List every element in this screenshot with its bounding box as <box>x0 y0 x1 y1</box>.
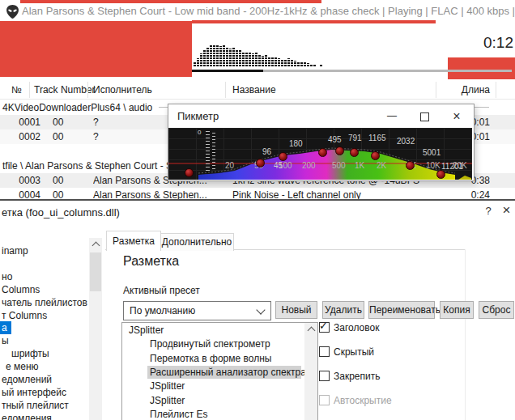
scroll-up-icon[interactable] <box>92 242 100 250</box>
peak-hold-dot <box>350 148 359 157</box>
tab-layout[interactable]: Разметка <box>106 231 161 251</box>
spectrum-analyzer: 020501002005001K2K5K10K20K45961804957911… <box>168 128 472 180</box>
close-button[interactable]: × <box>446 107 467 125</box>
sidebar-item-inamp[interactable]: inamp <box>0 244 86 257</box>
cell-track-number: 00 <box>53 173 85 188</box>
sidebar-item-едомлений[interactable]: едомлений <box>0 373 86 386</box>
db-scale-tick <box>212 139 215 140</box>
checkbox-label[interactable]: Скрытый <box>334 346 374 358</box>
peak-hold-dot <box>436 170 445 179</box>
layout-tree-items: JSplitterПродвинутый спектрометрПеремотк… <box>122 323 318 420</box>
minimize-button[interactable]: — <box>381 107 402 125</box>
db-scale-tick <box>212 165 215 166</box>
peak-hold-dot <box>318 148 327 157</box>
tree-item[interactable]: JSplitter <box>126 324 166 337</box>
frequency-axis-label: 200 <box>302 161 316 170</box>
tree-item[interactable]: Расширенный анализатор спектра <box>147 366 301 379</box>
checkbox-label[interactable]: Автоскрытие <box>334 395 392 406</box>
scroll-up-icon[interactable] <box>308 327 316 335</box>
frequency-axis-label: 1K <box>355 161 364 170</box>
tree-item[interactable]: JSplitter <box>147 394 187 407</box>
peak-frequency-label: 11201 <box>441 162 463 171</box>
section-heading: Разметка <box>123 254 179 269</box>
chevron-down-icon <box>256 305 265 314</box>
sidebar-item-е меню[interactable]: е меню <box>0 360 87 373</box>
sidebar-item-ы[interactable]: ы <box>0 334 86 347</box>
db-scale-tick <box>212 146 215 146</box>
cell-number: 0003 <box>6 173 40 188</box>
frequency-axis-label: 20 <box>225 161 234 170</box>
sidebar-item-ый интерфейс[interactable]: ый интерфейс <box>0 386 86 399</box>
db-scale-tick <box>212 155 215 156</box>
checkbox-3[interactable] <box>319 371 330 381</box>
db-scale-tick <box>212 152 215 153</box>
cell-track-number: 00 <box>53 129 85 144</box>
help-button[interactable]: ? <box>478 205 499 221</box>
db-scale-tick <box>206 170 210 171</box>
scrollbar-thumb[interactable] <box>90 252 101 291</box>
maximize-icon <box>420 112 429 121</box>
peak-frequency-label: 495 <box>328 135 342 144</box>
checkbox-label[interactable]: Закрепить <box>334 371 380 382</box>
listbox-scrollbar[interactable] <box>304 323 317 420</box>
preset-button-4[interactable]: Копия <box>440 301 474 319</box>
frequency-axis-label: 500 <box>332 161 346 170</box>
sidebar-item-чатель плейлистов[interactable]: чатель плейлистов <box>0 296 86 309</box>
cell-number: 0001 <box>6 115 40 129</box>
layout-tree-listbox[interactable]: JSplitterПродвинутый спектрометрПеремотк… <box>121 322 318 420</box>
checkbox-label[interactable]: Заголовок <box>334 322 379 333</box>
checkbox-4[interactable] <box>319 395 330 405</box>
db-scale-tick <box>206 163 210 164</box>
peak-frequency-label: 1165 <box>368 134 386 142</box>
peak-frequency-label: 180 <box>289 139 303 148</box>
db-scale-label: 0 <box>198 129 201 136</box>
preset-button-1[interactable]: Новый <box>275 301 317 319</box>
peak-hold-dot <box>185 168 194 177</box>
check-icon: ✓ <box>319 320 328 332</box>
db-scale-tick <box>206 167 210 168</box>
active-preset-label: Активный пресет <box>123 285 200 296</box>
db-scale-tick <box>206 160 210 161</box>
tree-item[interactable]: Плейлист Es <box>147 408 211 420</box>
peak-hold-dot <box>406 161 415 170</box>
frequency-axis-label: 2K <box>377 161 386 170</box>
db-scale-tick <box>206 151 210 151</box>
sidebar-item-едомления[interactable]: едомления <box>0 412 86 420</box>
sidebar-item-тный плейлист[interactable]: тный плейлист <box>0 399 86 412</box>
tree-item[interactable]: Перемотка в форме волны <box>147 352 274 365</box>
db-scale-tick <box>206 131 210 132</box>
sidebar-item-но[interactable]: но <box>0 270 86 283</box>
preferences-sidebar: inampноColumnsчатель плейлистовт Columns… <box>0 236 87 420</box>
peak-frequency-label: 45 <box>274 161 283 170</box>
sidebar-scrollbar[interactable] <box>89 238 102 420</box>
preset-combobox[interactable]: По умолчанию <box>123 301 271 320</box>
db-scale-tick <box>206 141 210 142</box>
preset-combobox-value: По умолчанию <box>130 302 195 320</box>
sidebar-item-Columns[interactable]: Columns <box>0 283 86 296</box>
preset-button-2[interactable]: Удалить <box>322 301 364 319</box>
tab-advanced[interactable]: Дополнительно <box>160 233 234 251</box>
checkbox-2[interactable] <box>319 346 330 357</box>
dialog-title: етка (foo_ui_columns.dll) <box>2 206 120 218</box>
tree-item[interactable]: Продвинутый спектрометр <box>147 337 273 350</box>
db-scale-tick <box>212 133 215 134</box>
db-scale-tick <box>212 136 215 137</box>
tree-item[interactable]: JSplitter <box>147 380 187 392</box>
db-scale-tick <box>212 168 215 169</box>
peakmeter-window[interactable]: Пикметр — × <box>168 104 475 181</box>
peak-frequency-label: 2032 <box>397 137 415 146</box>
maximize-button[interactable] <box>414 107 435 125</box>
db-scale-tick <box>206 154 210 155</box>
preset-button-5[interactable]: Сброс <box>479 301 514 319</box>
sidebar-item-а[interactable]: а <box>0 321 11 334</box>
peak-hold-dot <box>371 151 380 160</box>
close-icon[interactable]: × <box>498 202 515 220</box>
peak-hold-dot <box>335 146 344 155</box>
db-scale-tick <box>206 157 210 158</box>
sidebar-item-шрифты[interactable]: шрифты <box>0 347 87 360</box>
peak-hold-dot <box>279 152 287 161</box>
checkbox-1[interactable]: ✓ <box>319 322 330 333</box>
sidebar-item-т Columns[interactable]: т Columns <box>0 309 86 322</box>
preset-button-3[interactable]: Переименовать <box>368 301 435 319</box>
sidebar-item[interactable] <box>0 257 86 270</box>
